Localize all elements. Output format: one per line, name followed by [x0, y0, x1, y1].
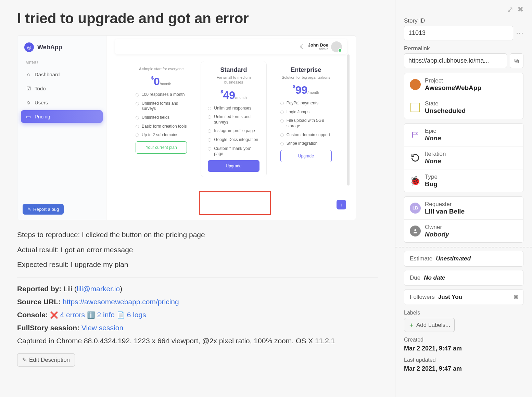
- home-icon: ⌂: [26, 72, 31, 77]
- project-field[interactable]: ProjectAwesomeWebApp: [404, 73, 523, 96]
- owner-avatar-icon: [410, 226, 421, 236]
- ss-topbar: ☾ John Doe admin: [115, 39, 347, 54]
- app-name: WebApp: [37, 44, 62, 51]
- check-icon: ☑: [26, 86, 31, 91]
- nav-todo: ☑Todo: [21, 82, 103, 95]
- nav-pricing: ▭Pricing: [21, 110, 103, 123]
- nav-dashboard: ⌂Dashboard: [21, 68, 103, 81]
- pencil-icon: ✎: [22, 356, 27, 363]
- close-icon[interactable]: ✖: [517, 5, 523, 14]
- type-field[interactable]: 🐞 TypeBug: [404, 169, 523, 192]
- menu-label: MENU: [26, 61, 98, 65]
- permalink-label: Permalink: [404, 45, 523, 52]
- copy-permalink-button[interactable]: [510, 53, 523, 68]
- created-value: Mar 2 2021, 9:47 am: [404, 345, 523, 352]
- console-info-link[interactable]: 2 info: [97, 311, 115, 319]
- edit-description-button[interactable]: ✎ Edit Description: [17, 353, 75, 367]
- reported-by: Reported by: Lili (lili@marker.io): [17, 285, 378, 293]
- state-field[interactable]: StateUnscheduled: [404, 96, 523, 119]
- moon-icon: ☾: [300, 43, 305, 50]
- iteration-field[interactable]: IterationNone: [404, 146, 523, 169]
- more-actions-icon[interactable]: ⋯: [516, 26, 523, 40]
- current-plan-button: Your current plan: [136, 141, 187, 154]
- divider: [17, 278, 378, 278]
- project-color-icon: [410, 79, 421, 90]
- upgrade-enterprise-button: Upgrade: [280, 150, 332, 162]
- reporter-email-link[interactable]: lili@marker.io: [77, 285, 120, 293]
- flag-icon: [410, 129, 421, 140]
- capture-info: Captured in Chrome 88.0.4324.192, 1223 x…: [17, 337, 378, 345]
- owner-field[interactable]: OwnerNobody: [404, 219, 523, 242]
- followers-field[interactable]: Followers Just You ✖: [404, 289, 523, 305]
- remove-follower-icon[interactable]: ✖: [514, 294, 518, 301]
- story-title: I tried to upgrade and got an error: [17, 10, 378, 27]
- updated-value: Mar 2 2021, 9:47 am: [404, 365, 523, 372]
- scroll-top-button: ↑: [337, 200, 346, 209]
- cycle-icon: [410, 152, 421, 163]
- user-name: John Doe: [308, 43, 328, 47]
- svg-point-2: [414, 229, 416, 231]
- updated-label: Last updated: [404, 357, 523, 363]
- x-icon: ❌: [50, 311, 58, 319]
- user-role: admin: [308, 47, 328, 51]
- plus-icon: ＋: [408, 321, 414, 329]
- ss-logo: ◎ WebApp: [24, 42, 99, 52]
- steps-to-reproduce: Steps to reproduce: I clicked the button…: [17, 229, 378, 241]
- due-field[interactable]: Due No date: [404, 270, 523, 286]
- actual-result: Actual result: I got an error message: [17, 244, 378, 256]
- nav-users: ☺Users: [21, 96, 103, 109]
- source-url: Source URL: https://awesomewebapp.com/pr…: [17, 298, 378, 306]
- bug-icon: 🐞: [410, 175, 421, 186]
- plan-enterprise: Enterprise Solution for big organization…: [274, 61, 339, 177]
- app-logo-icon: ◎: [24, 42, 34, 52]
- expected-result: Expected result: I upgrade my plan: [17, 258, 378, 271]
- permalink-input[interactable]: https://app.clubhouse.io/ma...: [404, 53, 507, 68]
- story-id-label: Story ID: [404, 17, 523, 24]
- source-url-link[interactable]: https://awesomewebapp.com/pricing: [63, 298, 179, 306]
- state-icon: [410, 103, 420, 112]
- page-icon: 📄: [117, 311, 125, 319]
- plan-standard: Standard For small to medium businesses …: [201, 61, 266, 177]
- story-id-input[interactable]: 11013: [404, 26, 513, 40]
- report-bug-widget: ✎Report a bug: [23, 204, 64, 215]
- fullstory-session: FullStory session: View session: [17, 324, 378, 332]
- console-logs-link[interactable]: 6 logs: [127, 311, 146, 319]
- requester-field[interactable]: LB RequesterLili van Belle: [404, 197, 523, 219]
- info-icon: ℹ️: [87, 311, 95, 319]
- add-labels-button[interactable]: ＋ Add Labels...: [404, 318, 455, 332]
- pencil-icon: ✎: [27, 207, 31, 212]
- requester-avatar: LB: [410, 203, 421, 214]
- labels-label: Labels: [404, 310, 523, 316]
- user-avatar: [331, 41, 342, 52]
- estimate-field[interactable]: Estimate Unestimated: [404, 251, 523, 267]
- upgrade-standard-button: Upgrade: [208, 160, 259, 172]
- epic-field[interactable]: EpicNone: [404, 124, 523, 146]
- ss-sidebar: ◎ WebApp MENU ⌂Dashboard ☑Todo ☺Users ▭P…: [17, 36, 106, 220]
- created-label: Created: [404, 337, 523, 343]
- card-icon: ▭: [26, 114, 31, 119]
- console-errors-link[interactable]: 4 errors: [60, 311, 85, 319]
- view-session-link[interactable]: View session: [81, 324, 123, 332]
- console-summary: Console: ❌ 4 errors ℹ️ 2 info 📄 6 logs: [17, 311, 378, 319]
- plan-free: A simple start for everyone $0/month 100…: [129, 61, 194, 177]
- user-icon: ☺: [26, 100, 31, 105]
- expand-icon[interactable]: ⤢: [507, 5, 513, 14]
- description: Steps to reproduce: I clicked the button…: [17, 229, 378, 271]
- attached-screenshot[interactable]: ◎ WebApp MENU ⌂Dashboard ☑Todo ☺Users ▭P…: [17, 35, 356, 220]
